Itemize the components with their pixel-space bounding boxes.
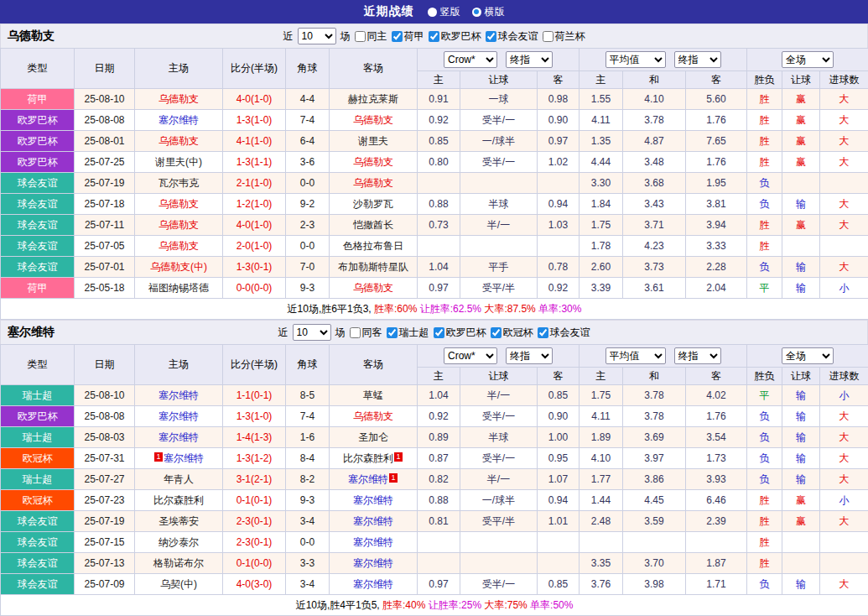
checkbox-input[interactable]: [543, 31, 554, 42]
team-name[interactable]: 年青人: [164, 473, 194, 485]
layout-radio[interactable]: 竖版: [428, 5, 460, 19]
filter-checkbox[interactable]: 同主: [355, 29, 387, 44]
odds-final-select[interactable]: 终指: [506, 51, 553, 68]
filter-checkbox[interactable]: 荷甲: [392, 29, 424, 44]
match-score[interactable]: 2-3(0-1): [223, 511, 286, 532]
team-name[interactable]: 塞尔维特: [164, 452, 204, 464]
checkbox-input[interactable]: [387, 327, 398, 338]
team-name[interactable]: 乌德勒支: [159, 240, 199, 252]
filter-checkbox[interactable]: 荷兰杯: [543, 29, 585, 44]
match-score[interactable]: 1-3(0-1): [223, 257, 286, 278]
team-name[interactable]: 乌德勒支(中): [150, 261, 207, 273]
filter-checkbox[interactable]: 欧罗巴杯: [434, 326, 486, 340]
odds-company-select[interactable]: Crow*: [444, 347, 497, 364]
team-name[interactable]: 乌德勒支: [159, 198, 199, 210]
team-name[interactable]: 沙勒罗瓦: [353, 198, 393, 210]
match-score[interactable]: 3-1(2-1): [223, 469, 286, 490]
team-name[interactable]: 塞尔维特: [353, 494, 393, 506]
match-count-select[interactable]: 10: [293, 324, 331, 341]
layout-radio[interactable]: 横版: [472, 5, 505, 19]
handicap-line: [460, 236, 538, 257]
avg-odds-draw: 3.48: [623, 152, 686, 173]
match-score[interactable]: 0-0(0-0): [223, 278, 286, 299]
team-name[interactable]: 塞尔维特: [159, 389, 199, 401]
team-name[interactable]: 草蜢: [363, 389, 383, 401]
team-name[interactable]: 塞尔维特: [159, 431, 199, 443]
team-name[interactable]: 乌德勒支: [353, 410, 393, 422]
team-name[interactable]: 圣加仑: [358, 431, 388, 443]
team-name[interactable]: 乌德勒支: [353, 177, 393, 189]
match-score[interactable]: 4-0(3-0): [223, 574, 286, 595]
team-name[interactable]: 乌德勒支: [353, 282, 393, 294]
match-score[interactable]: 1-1(0-1): [223, 385, 286, 406]
team-name[interactable]: 纳沙泰尔: [159, 536, 199, 548]
europe-final-select[interactable]: 终指: [674, 347, 721, 364]
result-scope-select[interactable]: 全场: [782, 347, 834, 364]
europe-avg-select[interactable]: 平均值: [606, 51, 666, 68]
match-score[interactable]: 4-0(1-0): [223, 215, 286, 236]
handicap-odds-away: 1.01: [538, 511, 580, 532]
team-name[interactable]: 塞尔维特: [159, 410, 199, 422]
team-name[interactable]: 赫拉克莱斯: [348, 93, 398, 105]
team-name[interactable]: 瓦尔韦克: [159, 177, 199, 189]
team-name[interactable]: 乌德勒支: [159, 93, 199, 105]
team-name[interactable]: 塞尔维特: [353, 578, 393, 590]
filter-checkbox[interactable]: 欧冠杯: [491, 326, 533, 340]
match-score[interactable]: 1-2(1-0): [223, 194, 286, 215]
match-score[interactable]: 2-3(0-1): [223, 532, 286, 553]
match-score[interactable]: 4-0(1-0): [223, 89, 286, 110]
europe-avg-select[interactable]: 平均值: [606, 347, 666, 364]
filter-checkbox[interactable]: 欧罗巴杯: [429, 29, 481, 44]
match-score[interactable]: 1-3(1-0): [223, 406, 286, 427]
team-name[interactable]: 福图纳锡塔德: [148, 282, 209, 294]
team-name[interactable]: 乌德勒支: [353, 114, 393, 126]
team-name[interactable]: 乌德勒支: [159, 135, 199, 147]
team-name[interactable]: 比尔森胜利: [343, 452, 393, 464]
team-name[interactable]: 塞尔维特: [348, 473, 388, 485]
match-score[interactable]: 0-1(0-0): [223, 553, 286, 574]
checkbox-input[interactable]: [355, 31, 366, 42]
team-name[interactable]: 乌德勒支: [353, 156, 393, 168]
team-name[interactable]: 塞尔维特: [353, 557, 393, 569]
filter-checkbox[interactable]: 球会友谊: [538, 326, 590, 340]
team-name[interactable]: 恺撒酋长: [353, 219, 393, 231]
team-name[interactable]: 圣埃蒂安: [159, 515, 199, 527]
team-name[interactable]: 乌契(中): [160, 578, 197, 590]
team-name[interactable]: 比尔森胜利: [153, 494, 204, 506]
match-score[interactable]: 1-3(1-0): [223, 110, 286, 131]
filter-checkbox[interactable]: 瑞士超: [387, 326, 429, 340]
checkbox-input[interactable]: [429, 31, 439, 42]
team-name[interactable]: 塞尔维特: [353, 515, 393, 527]
checkbox-input[interactable]: [392, 31, 403, 42]
europe-final-select[interactable]: 终指: [674, 51, 721, 68]
league-badge: 瑞士超: [1, 469, 75, 490]
match-count-select[interactable]: 10: [298, 28, 336, 44]
team-name[interactable]: 乌德勒支: [159, 219, 199, 231]
match-score[interactable]: 1-4(1-3): [223, 427, 286, 448]
result-scope-select[interactable]: 全场: [782, 51, 834, 68]
team-name[interactable]: 色格拉布鲁日: [343, 240, 403, 252]
avg-odds-home: 4.10: [580, 448, 623, 469]
team-name[interactable]: 谢里夫(中): [155, 156, 202, 168]
match-score[interactable]: 2-0(1-0): [223, 236, 286, 257]
match-score[interactable]: 4-1(1-0): [223, 131, 286, 152]
team-name[interactable]: 塞尔维特: [159, 114, 199, 126]
team-name[interactable]: 塞尔维特: [353, 536, 393, 548]
checkbox-input[interactable]: [538, 327, 548, 338]
match-score[interactable]: 2-1(1-0): [223, 173, 286, 194]
filter-checkbox[interactable]: 球会友谊: [486, 29, 538, 44]
team-name[interactable]: 格勒诺布尔: [153, 557, 204, 569]
checkbox-input[interactable]: [434, 327, 444, 338]
match-score[interactable]: 1-3(1-1): [223, 152, 286, 173]
team-name[interactable]: 布加勒斯特星队: [338, 261, 408, 273]
subcol-avg-draw: 和: [623, 71, 686, 89]
checkbox-input[interactable]: [486, 31, 496, 42]
checkbox-input[interactable]: [491, 327, 502, 338]
match-score[interactable]: 0-1(0-1): [223, 490, 286, 511]
match-score[interactable]: 1-3(1-2): [223, 448, 286, 469]
filter-checkbox[interactable]: 同客: [350, 326, 382, 340]
odds-final-select[interactable]: 终指: [506, 347, 553, 364]
checkbox-input[interactable]: [350, 327, 361, 338]
odds-company-select[interactable]: Crow*: [444, 51, 497, 68]
team-name[interactable]: 谢里夫: [358, 135, 388, 147]
